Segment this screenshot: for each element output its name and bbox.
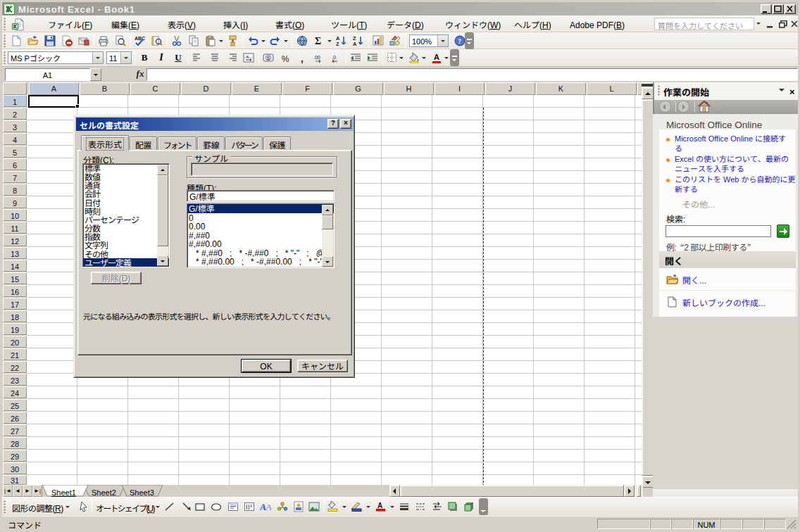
svg-text:A: A bbox=[377, 502, 382, 509]
svg-text:?: ? bbox=[458, 37, 461, 45]
svg-text:.0: .0 bbox=[332, 55, 336, 60]
svg-text:ABC: ABC bbox=[135, 36, 145, 41]
svg-text:$: $ bbox=[267, 55, 270, 61]
svg-text:A: A bbox=[265, 502, 271, 512]
svg-text:.00: .00 bbox=[313, 55, 320, 60]
svg-text:Z: Z bbox=[336, 41, 339, 46]
svg-text:Σ: Σ bbox=[315, 36, 321, 46]
svg-text:A: A bbox=[434, 53, 439, 61]
svg-text:A: A bbox=[353, 41, 357, 46]
